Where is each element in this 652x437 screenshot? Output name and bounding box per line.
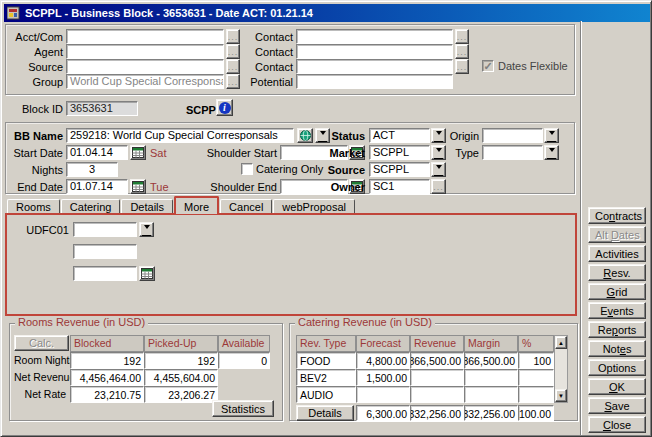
sidebar-button-ok[interactable]: OK (588, 378, 646, 395)
more-field-3-calendar-button[interactable] (139, 266, 155, 281)
udfc01-field[interactable] (73, 222, 137, 237)
tab-more[interactable]: More (174, 196, 219, 214)
rooms-revenue-table: Calc. Blocked Picked-Up Available Room N… (14, 335, 270, 403)
potential-field[interactable] (296, 74, 453, 89)
column-header-revenue: Revenue (410, 335, 464, 352)
sidebar-button-save[interactable]: Save (588, 397, 646, 414)
end-day-label: Tue (150, 180, 176, 194)
start-date-calendar-button[interactable] (130, 145, 146, 160)
type-dropdown-button[interactable] (544, 145, 559, 160)
status-field[interactable]: ACT (369, 128, 430, 143)
contact2-field[interactable] (296, 44, 453, 59)
block-id-field: 3653631 (66, 101, 138, 116)
contact2-lookup-button[interactable]: ... (455, 44, 469, 59)
more-field-3[interactable] (73, 266, 137, 281)
source-acct-label: Source (5, 60, 63, 74)
room-nights-available: 0 (218, 352, 270, 369)
calendar-icon (141, 268, 153, 279)
sidebar-button-alt-dates[interactable]: Alt Dates (588, 226, 646, 243)
block-id-label: Block ID (5, 102, 63, 116)
tab-webproposal[interactable]: webProposal (273, 199, 355, 214)
source-acct-field[interactable] (66, 59, 224, 74)
end-date-field[interactable]: 01.07.14 (66, 179, 128, 194)
tab-rooms[interactable]: Rooms (7, 199, 60, 214)
contact1-field[interactable] (296, 29, 453, 44)
tab-details[interactable]: Details (121, 199, 173, 214)
bb-name-field[interactable]: 259218: World Cup Special Corresponsals (66, 128, 294, 143)
scroll-up-button[interactable]: ▲ (555, 336, 567, 349)
sidebar-button-grid[interactable]: Grid (588, 283, 646, 300)
chevron-down-icon (144, 225, 150, 232)
chevron-down-icon (436, 165, 442, 172)
column-header-blocked: Blocked (70, 335, 144, 352)
scroll-down-button[interactable]: ▼ (555, 389, 567, 402)
source-dropdown-button[interactable] (431, 162, 446, 177)
group-field[interactable]: World Cup Special Corresponsals (66, 74, 224, 89)
contact3-lookup-button[interactable]: ... (455, 59, 469, 74)
sidebar-button-options[interactable]: Options (588, 359, 646, 376)
catering-revenue-title: Catering Revenue (in USD) (295, 316, 435, 328)
market-field[interactable]: SCPPL (369, 145, 430, 160)
rev-type-bev2[interactable]: BEV2 (296, 369, 356, 386)
acct-com-lookup-button[interactable]: ... (226, 29, 240, 44)
origin-label: Origin (437, 129, 479, 143)
end-date-calendar-button[interactable] (130, 179, 146, 194)
rooms-revenue-group: Rooms Revenue (in USD) Calc. Blocked Pic… (9, 323, 283, 421)
rev-type-audio[interactable]: AUDIO (296, 386, 356, 403)
chevron-down-icon (549, 131, 555, 138)
sidebar-button-activities[interactable]: Activities (588, 245, 646, 262)
tab-cancel[interactable]: Cancel (220, 199, 272, 214)
catering-only-label: Catering Only (256, 163, 323, 176)
tab-strip: Rooms Catering Details More Cancel webPr… (7, 197, 356, 214)
sidebar: Contracts Alt Dates Activities Resv. Gri… (580, 21, 651, 435)
tab-catering[interactable]: Catering (61, 199, 121, 214)
agent-lookup-button[interactable]: ... (226, 44, 240, 59)
audio-percent (518, 386, 554, 403)
room-nights-picked-up: 192 (144, 352, 218, 369)
info-button[interactable]: i (216, 99, 233, 116)
food-forecast: 4,800.00 (356, 352, 410, 369)
market-label: Market (317, 146, 365, 160)
source-lookup-button[interactable]: ... (226, 59, 240, 74)
total-margin: 3,332,256.00 (464, 405, 518, 421)
origin-field[interactable] (482, 128, 543, 143)
contact3-field[interactable] (296, 59, 453, 74)
contact1-lookup-button[interactable]: ... (455, 29, 469, 44)
owner-lookup-button[interactable]: ... (431, 179, 446, 194)
sidebar-button-contracts[interactable]: Contracts (588, 207, 646, 224)
nights-field[interactable]: 3 (66, 162, 118, 177)
start-date-field[interactable]: 01.04.14 (66, 145, 128, 160)
dates-flexible-checkbox[interactable] (482, 60, 494, 72)
sidebar-button-notes[interactable]: Notes (588, 340, 646, 357)
globe-icon (300, 130, 311, 141)
udfc01-dropdown-button[interactable] (139, 222, 154, 237)
catering-only-checkbox[interactable] (241, 163, 253, 175)
bb-name-globe-button[interactable] (297, 128, 313, 143)
owner-field[interactable]: SC1 (369, 179, 430, 194)
column-header-forecast: Forecast (356, 335, 410, 352)
details-button[interactable]: Details (296, 405, 354, 421)
group-lookup-button[interactable]: ... (226, 74, 240, 89)
acct-com-field[interactable] (66, 29, 224, 44)
sidebar-button-events[interactable]: Events (588, 302, 646, 319)
origin-dropdown-button[interactable] (544, 128, 559, 143)
titlebar: SCPPL - Business Block - 3653631 - Date … (4, 4, 650, 22)
statistics-button[interactable]: Statistics (212, 400, 274, 417)
more-field-2[interactable] (73, 244, 137, 259)
food-revenue: 3,866,500.00 (410, 352, 464, 369)
type-field[interactable] (482, 145, 543, 160)
sidebar-button-reports[interactable]: Reports (588, 321, 646, 338)
window-title: SCPPL - Business Block - 3653631 - Date … (25, 7, 313, 19)
agent-field[interactable] (66, 44, 224, 59)
catering-table-scrollbar[interactable]: ▲ ▼ (554, 335, 568, 403)
catering-revenue-group: Catering Revenue (in USD) Rev. Type Fore… (289, 323, 578, 421)
column-header-percent: % (518, 335, 554, 352)
start-day-label: Sat (150, 146, 176, 160)
source-field[interactable]: SCPPL (369, 162, 430, 177)
net-rate-picked-up: 23,206.27 (144, 386, 218, 403)
calc-button[interactable]: Calc. (14, 335, 69, 351)
sidebar-button-resv[interactable]: Resv. (588, 264, 646, 281)
audio-forecast (356, 386, 410, 403)
rev-type-food[interactable]: FOOD (296, 352, 356, 369)
sidebar-button-close[interactable]: Close (588, 416, 646, 433)
